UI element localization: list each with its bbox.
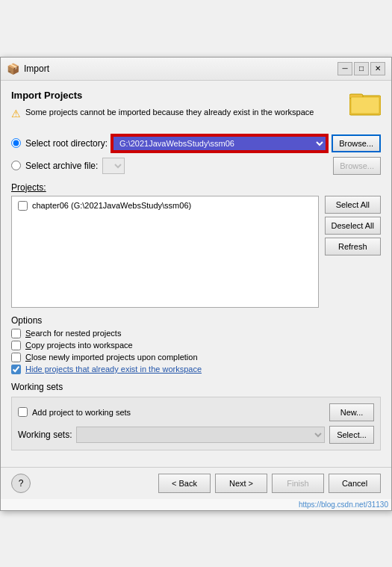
dialog-content: Import Projects ⚠ Some projects cannot b… (1, 81, 391, 467)
back-button[interactable]: < Back (158, 474, 211, 493)
working-sets-content: Add project to working sets New... Worki… (11, 397, 381, 450)
projects-label: Projects: (11, 182, 381, 193)
dialog-navigation-buttons: < Back Next > Finish Cancel (158, 474, 381, 493)
close-imported-checkbox[interactable] (11, 353, 21, 362)
section-title: Import Projects (11, 90, 314, 101)
working-sets-row2: Working sets: Select... (18, 426, 374, 444)
add-to-working-sets-row: Add project to working sets (18, 407, 131, 417)
maximize-button[interactable]: □ (354, 62, 369, 75)
watermark: https://blog.csdn.net/31130 (1, 499, 391, 510)
folder-icon (349, 90, 381, 117)
warning-text: Some projects cannot be imported because… (25, 107, 314, 118)
cancel-button[interactable]: Cancel (329, 474, 381, 493)
root-browse-button[interactable]: Browse... (332, 134, 381, 152)
nested-projects-checkbox[interactable] (11, 329, 21, 338)
window-icon: 📦 (7, 63, 19, 75)
title-bar: 📦 Import ─ □ ✕ (1, 58, 391, 81)
archive-browse-button[interactable]: Browse... (333, 157, 381, 175)
project-name: chapter06 (G:\2021JavaWebsStudy\ssm06) (32, 201, 191, 210)
next-button[interactable]: Next > (215, 474, 267, 493)
finish-button[interactable]: Finish (272, 474, 324, 493)
folder-icon-area (349, 90, 381, 128)
svg-rect-2 (351, 97, 379, 114)
checkbox-row-copy: Copy projects into workspace (11, 341, 381, 350)
archive-input-wrapper (102, 158, 329, 174)
projects-list-area: chapter06 (G:\2021JavaWebsStudy\ssm06) S… (11, 196, 381, 308)
projects-action-buttons: Select All Deselect All Refresh (325, 196, 381, 308)
select-all-button[interactable]: Select All (325, 196, 381, 214)
archive-file-select (102, 158, 125, 174)
project-checkbox[interactable] (18, 201, 28, 211)
dialog-buttons-area: ? < Back Next > Finish Cancel (1, 467, 391, 499)
working-sets-title: Working sets (11, 382, 381, 392)
working-sets-row1: Add project to working sets New... (18, 403, 374, 421)
options-section: Options Search for nested projects Copy … (11, 315, 381, 374)
close-imported-label: Close newly imported projects upon compl… (25, 353, 198, 362)
nested-projects-label: Search for nested projects (25, 329, 121, 338)
checkbox-row-nested: Search for nested projects (11, 329, 381, 338)
refresh-button[interactable]: Refresh (325, 238, 381, 255)
import-window: 📦 Import ─ □ ✕ Import Projects ⚠ Some pr… (0, 57, 392, 511)
archive-file-label: Select archive file: (25, 161, 98, 171)
archive-file-row: Select archive file: Browse... (11, 157, 381, 175)
warning-icon: ⚠ (11, 108, 21, 120)
title-bar-left: 📦 Import (7, 63, 49, 75)
checkbox-row-close: Close newly imported projects upon compl… (11, 353, 381, 362)
list-item: chapter06 (G:\2021JavaWebsStudy\ssm06) (15, 199, 315, 212)
projects-list[interactable]: chapter06 (G:\2021JavaWebsStudy\ssm06) (11, 196, 319, 308)
copy-projects-label: Copy projects into workspace (25, 341, 133, 350)
warning-box: ⚠ Some projects cannot be imported becau… (11, 107, 314, 120)
select-button[interactable]: Select... (329, 426, 374, 444)
working-sets-section: Working sets Add project to working sets… (11, 382, 381, 450)
copy-projects-checkbox[interactable] (11, 341, 21, 350)
minimize-button[interactable]: ─ (337, 62, 352, 75)
working-sets-select[interactable] (76, 427, 325, 443)
new-button[interactable]: New... (329, 403, 374, 421)
help-button[interactable]: ? (11, 474, 31, 493)
working-sets-select-label: Working sets: (18, 430, 72, 440)
add-working-sets-checkbox[interactable] (18, 407, 28, 417)
title-bar-controls: ─ □ ✕ (337, 62, 385, 75)
projects-section: Projects: chapter06 (G:\2021JavaWebsStud… (11, 182, 381, 308)
hide-existing-checkbox[interactable] (11, 365, 21, 374)
root-directory-select[interactable]: G:\2021JavaWebsStudy\ssm06 (112, 135, 327, 152)
header-text-area: Import Projects ⚠ Some projects cannot b… (11, 90, 314, 128)
hide-existing-label: Hide projects that already exist in the … (25, 365, 202, 374)
deselect-all-button[interactable]: Deselect All (325, 217, 381, 235)
root-directory-input-wrapper: G:\2021JavaWebsStudy\ssm06 (112, 135, 327, 152)
add-working-sets-label: Add project to working sets (32, 408, 131, 417)
header-area: Import Projects ⚠ Some projects cannot b… (11, 90, 381, 128)
close-button[interactable]: ✕ (370, 62, 385, 75)
root-directory-row: Select root directory: G:\2021JavaWebsSt… (11, 134, 381, 152)
archive-file-radio[interactable] (11, 161, 21, 170)
root-directory-label: Select root directory: (25, 138, 108, 149)
options-title: Options (11, 315, 381, 326)
root-directory-radio[interactable] (11, 138, 21, 148)
window-title: Import (24, 63, 49, 74)
checkbox-row-hide: Hide projects that already exist in the … (11, 365, 381, 374)
